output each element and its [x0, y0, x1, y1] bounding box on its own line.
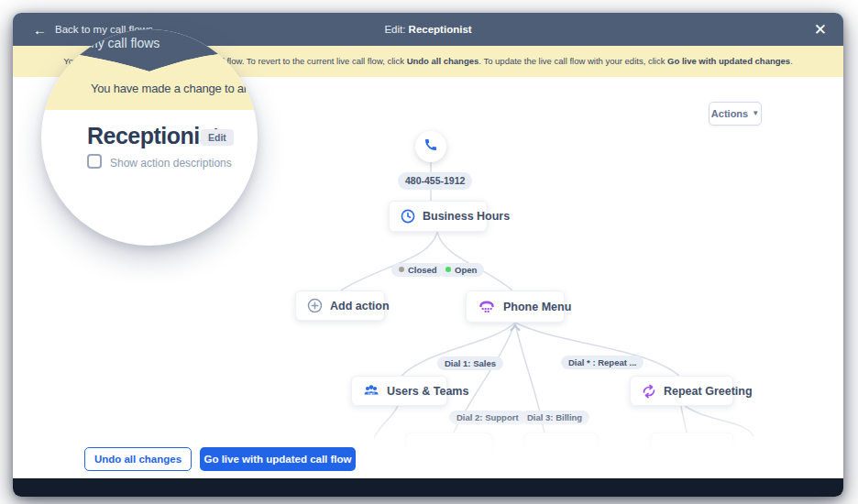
repeat-greeting-label: Repeat Greeting [664, 385, 753, 398]
branch-dial-star-badge: Dial * : Repeat ... [561, 356, 644, 369]
actions-button[interactable]: Actions ▼ [709, 102, 762, 126]
phone-menu-node[interactable]: Phone Menu [466, 290, 565, 323]
call-flow-editor-window: ← Back to my call flows Edit: Receptioni… [13, 13, 843, 497]
spotlight-magnifier-circle: my call flows You have made a change to … [41, 29, 258, 246]
phone-icon [424, 137, 438, 156]
show-descriptions-checkbox[interactable] [87, 154, 102, 169]
users-teams-label: Users & Teams [387, 385, 468, 398]
collapse-caret-icon[interactable] [512, 324, 519, 332]
undo-all-changes-button[interactable]: Undo all changes [84, 447, 192, 471]
show-descriptions-label: Show action descriptions [110, 157, 232, 170]
users-group-icon [363, 384, 380, 398]
branch-dial1-badge: Dial 1: Sales [437, 356, 503, 370]
page: ← Back to my call flows Edit: Receptioni… [0, 0, 858, 504]
bottom-window-strip [13, 478, 843, 497]
open-status-dot [446, 267, 451, 272]
actions-label: Actions [711, 108, 748, 119]
closed-status-dot [399, 267, 404, 272]
chevron-down-icon: ▼ [752, 110, 759, 117]
clock-icon [401, 209, 415, 224]
phone-menu-icon [478, 299, 496, 314]
phone-number-node[interactable] [415, 131, 446, 162]
repeat-arrows-icon [642, 384, 656, 399]
phone-menu-label: Phone Menu [503, 301, 571, 313]
business-hours-label: Business Hours [423, 210, 510, 223]
magnified-banner-text: You have made a change to an active call… [91, 82, 258, 95]
branch-open-badge: Open [438, 263, 484, 277]
add-action-label: Add action [330, 300, 390, 312]
go-live-button[interactable]: Go live with updated call flow [200, 447, 356, 471]
edit-title-button[interactable]: Edit [201, 129, 234, 146]
users-teams-node[interactable]: Users & Teams [351, 376, 447, 406]
business-hours-node[interactable]: Business Hours [389, 201, 488, 232]
branch-closed-badge: Closed [391, 263, 445, 277]
add-action-node[interactable]: Add action [295, 290, 385, 321]
phone-number-badge: 480-455-1912 [398, 172, 472, 190]
flow-title-heading: Receptionist [87, 123, 219, 149]
repeat-greeting-node[interactable]: Repeat Greeting [630, 376, 733, 406]
plus-circle-icon [307, 298, 323, 313]
